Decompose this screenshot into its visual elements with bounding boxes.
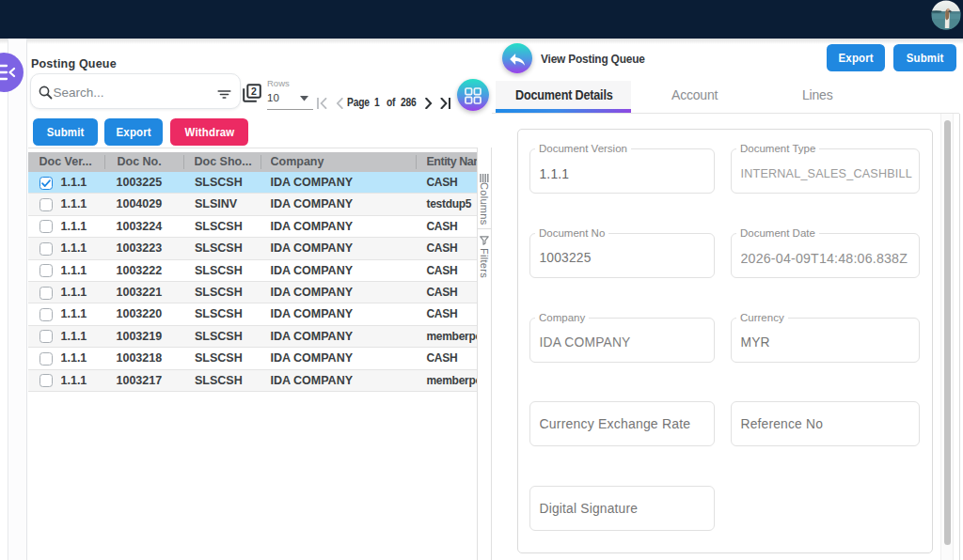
svg-text:2: 2 [251,86,257,97]
